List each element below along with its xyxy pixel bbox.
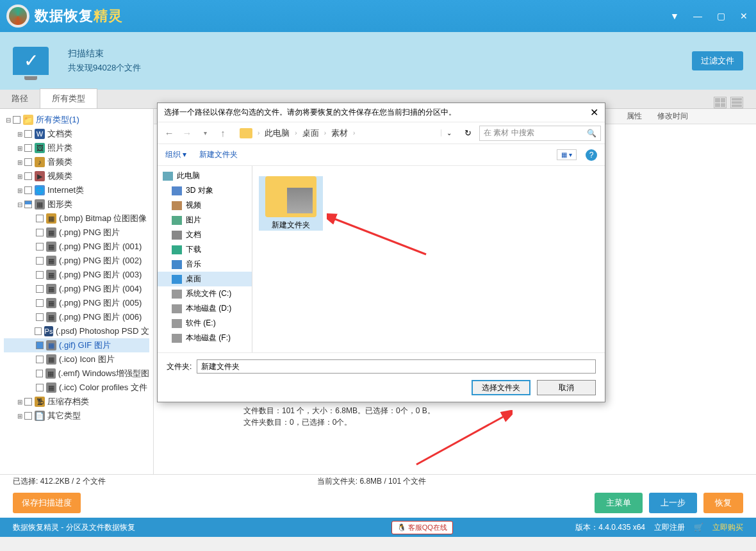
col-attr[interactable]: 属性: [619, 111, 650, 122]
tree-psd[interactable]: Ps(.psd) Photoshop PSD 文: [4, 324, 149, 338]
tree-png6[interactable]: ▦(.png) PNG 图片 (006): [4, 310, 149, 324]
main-menu-button[interactable]: 主菜单: [595, 493, 643, 513]
dialog-close-button[interactable]: ✕: [590, 106, 598, 119]
crumb-material[interactable]: 素材: [331, 127, 348, 139]
tree-all-types[interactable]: ⊟📁所有类型(1): [4, 113, 149, 127]
info-folder-count: 文件夹数目：0，已选择：0个。: [243, 416, 435, 428]
version-label: 版本：4.4.0.435 x64: [575, 522, 645, 533]
list-view-icon[interactable]: [730, 97, 743, 108]
tree-png1[interactable]: ▦(.png) PNG 图片 (001): [4, 240, 149, 254]
footer-right: 版本：4.4.0.435 x64 立即注册 🛒 立即购买: [575, 522, 743, 533]
nav-folder-icon: [240, 128, 252, 138]
app-title-suffix: 精灵: [94, 8, 123, 24]
organize-button[interactable]: 组织 ▾: [165, 149, 186, 160]
buy-link[interactable]: 立即购买: [712, 522, 743, 533]
select-folder-button[interactable]: 选择文件夹: [472, 380, 530, 395]
dtree-doc[interactable]: 文档: [158, 227, 252, 242]
tree-png2[interactable]: ▦(.png) PNG 图片 (002): [4, 254, 149, 268]
register-link[interactable]: 立即注册: [654, 522, 685, 533]
help-icon[interactable]: ?: [586, 149, 597, 161]
status-banner: ✓ 扫描结束 共发现94028个文件 过滤文件: [0, 32, 756, 90]
tree-video[interactable]: ⊞▶视频类: [4, 169, 149, 183]
dtree-download[interactable]: 下载: [158, 242, 252, 257]
status-text: 扫描结束 共发现94028个文件: [68, 48, 141, 74]
refresh-icon[interactable]: ↻: [459, 128, 477, 138]
col-modified[interactable]: 修改时间: [650, 111, 696, 122]
dtree-music[interactable]: 音乐: [158, 257, 252, 272]
tree-png[interactable]: ▦(.png) PNG 图片: [4, 226, 149, 240]
tree-panel: ⊟📁所有类型(1) ⊞W文档类 ⊞🖼照片类 ⊞♪音频类 ⊞▶视频类 ⊞🌐Inte…: [0, 109, 154, 474]
tree-internet[interactable]: ⊞🌐Internet类: [4, 183, 149, 197]
file-new-folder[interactable]: 新建文件夹: [259, 176, 323, 231]
footer-app-name: 数据恢复精灵 - 分区及文件数据恢复: [13, 522, 135, 533]
qq-support-button[interactable]: 🐧 客服QQ在线: [391, 521, 453, 534]
tree-other[interactable]: ⊞📄其它类型: [4, 409, 149, 423]
annotation-arrow-1: [327, 213, 429, 258]
status-bar: 已选择: 412.2KB / 2 个文件 当前文件夹: 6.8MB / 101 …: [0, 474, 756, 488]
dtree-sysc[interactable]: 系统文件 (C:): [158, 286, 252, 301]
tree-emf[interactable]: ▦(.emf) Windows增强型图: [4, 366, 149, 381]
prev-button[interactable]: 上一步: [649, 493, 697, 513]
nav-buttons: 主菜单 上一步 恢复: [595, 493, 743, 513]
app-logo-area: 数据恢复精灵: [6, 4, 123, 28]
dtree-pic[interactable]: 图片: [158, 213, 252, 227]
scan-complete-label: 扫描结束: [68, 48, 141, 60]
dropdown-icon[interactable]: ▼: [669, 10, 680, 22]
tree-photos[interactable]: ⊞🖼照片类: [4, 141, 149, 155]
minimize-button[interactable]: —: [692, 10, 703, 22]
tree-docs[interactable]: ⊞W文档类: [4, 127, 149, 141]
dtree-video[interactable]: 视频: [158, 198, 252, 213]
save-progress-button[interactable]: 保存扫描进度: [13, 493, 81, 513]
tree-audio[interactable]: ⊞♪音频类: [4, 155, 149, 169]
maximize-button[interactable]: ▢: [715, 10, 727, 22]
nav-back-icon[interactable]: ←: [161, 127, 177, 138]
view-mode-dropdown[interactable]: ▦ ▾: [557, 149, 577, 160]
nav-up-icon[interactable]: ↑: [215, 127, 231, 138]
tree-png4[interactable]: ▦(.png) PNG 图片 (004): [4, 282, 149, 296]
close-button[interactable]: ✕: [738, 10, 750, 22]
tab-path[interactable]: 路径: [0, 89, 40, 108]
crumb-dropdown-icon[interactable]: ⌄: [441, 129, 457, 136]
dialog-title-text: 选择一个路径以保存您勾选的文件。请勿将要恢复的文件保存在您当前扫描的分区中。: [164, 107, 456, 118]
crumb-desktop[interactable]: 桌面: [302, 127, 319, 139]
annotation-arrow-2: [410, 410, 513, 468]
dtree-3d[interactable]: 3D 对象: [158, 183, 252, 198]
folder-info-text: 文件数目：101 个，大小：6.8MB。已选择：0个，0 B。 文件夹数目：0，…: [243, 405, 435, 428]
tree-png5[interactable]: ▦(.png) PNG 图片 (005): [4, 296, 149, 310]
search-input[interactable]: 在 素材 中搜索 🔍: [479, 126, 601, 141]
tree-bmp[interactable]: ▦(.bmp) Bitmap 位图图像: [4, 211, 149, 226]
dtree-desktop[interactable]: 桌面: [158, 272, 252, 286]
tree-gif[interactable]: ▦(.gif) GIF 图片: [4, 338, 149, 352]
crumb-pc[interactable]: 此电脑: [265, 127, 290, 139]
nav-history-icon[interactable]: ▾: [197, 129, 213, 136]
nav-forward-icon[interactable]: →: [179, 127, 195, 138]
dtree-diskf[interactable]: 本地磁盘 (F:): [158, 331, 252, 345]
grid-view-icon[interactable]: [714, 97, 727, 108]
cancel-button[interactable]: 取消: [537, 380, 596, 395]
dialog-titlebar: 选择一个路径以保存您勾选的文件。请勿将要恢复的文件保存在您当前扫描的分区中。 ✕: [158, 103, 605, 122]
new-folder-button[interactable]: 新建文件夹: [199, 149, 238, 160]
titlebar: 数据恢复精灵 ▼ — ▢ ✕: [0, 0, 756, 32]
tree-png3[interactable]: ▦(.png) PNG 图片 (003): [4, 268, 149, 282]
tree-icc[interactable]: ▦(.icc) Color profiles 文件: [4, 381, 149, 395]
tree-ico[interactable]: ▦(.ico) Icon 图片: [4, 352, 149, 366]
dtree-softe[interactable]: 软件 (E:): [158, 316, 252, 331]
current-folder-status: 当前文件夹: 6.8MB / 101 个文件: [317, 476, 427, 487]
svg-line-0: [332, 218, 426, 254]
tab-all-types[interactable]: 所有类型: [40, 88, 97, 108]
app-footer: 数据恢复精灵 - 分区及文件数据恢复 🐧 客服QQ在线 版本：4.4.0.435…: [0, 518, 756, 537]
recover-button[interactable]: 恢复: [703, 493, 743, 513]
dtree-pc[interactable]: 此电脑: [158, 169, 252, 183]
folder-name-input[interactable]: [197, 359, 596, 374]
dialog-toolbar: 组织 ▾ 新建文件夹 ▦ ▾ ?: [158, 144, 605, 166]
tree-graphics[interactable]: ⊟▦图形类: [4, 197, 149, 211]
file-name-label: 新建文件夹: [259, 220, 323, 231]
dtree-diskd[interactable]: 本地磁盘 (D:): [158, 301, 252, 316]
app-title-main: 数据恢复: [35, 8, 94, 24]
dialog-nav: ← → ▾ ↑ › 此电脑 › 桌面 › 素材 › ⌄ ↻ 在 素材 中搜索 🔍: [158, 122, 605, 144]
tree-archive[interactable]: ⊞🗜压缩存档类: [4, 395, 149, 409]
dialog-file-pane[interactable]: 新建文件夹: [252, 166, 605, 352]
app-logo-icon: [6, 4, 29, 28]
filter-files-button[interactable]: 过滤文件: [692, 51, 743, 70]
search-icon: 🔍: [587, 129, 596, 138]
